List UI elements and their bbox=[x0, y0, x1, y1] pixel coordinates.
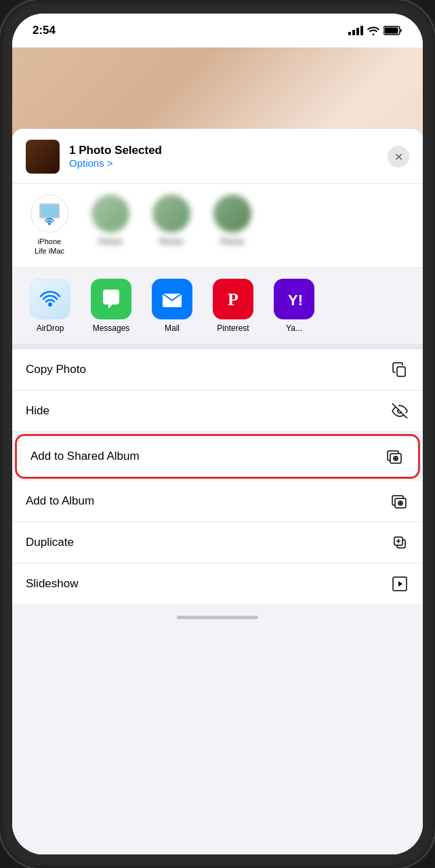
status-icons bbox=[348, 26, 402, 35]
mail-envelope-icon bbox=[160, 287, 184, 311]
share-photo-count: 1 Photo Selected bbox=[69, 144, 378, 157]
slideshow-row[interactable]: Slideshow bbox=[12, 564, 423, 604]
messages-app-icon bbox=[91, 279, 131, 319]
signal-icon bbox=[348, 26, 363, 35]
app-item-yahoo[interactable]: Y! Ya... bbox=[270, 279, 318, 333]
add-to-album-label: Add to Album bbox=[26, 494, 94, 508]
imac-icon bbox=[35, 199, 64, 228]
svg-point-7 bbox=[48, 302, 52, 307]
person-item-2[interactable]: Person bbox=[87, 195, 134, 256]
person-label-4: Person bbox=[221, 237, 245, 246]
app-item-mail[interactable]: Mail bbox=[148, 279, 196, 333]
app-item-messages[interactable]: Messages bbox=[87, 279, 136, 333]
share-content: iPhoneLife iMac Person Person bbox=[12, 184, 423, 848]
home-indicator-area bbox=[12, 604, 423, 631]
slideshow-label: Slideshow bbox=[26, 577, 79, 591]
mail-app-icon bbox=[152, 279, 192, 319]
duplicate-label: Duplicate bbox=[26, 536, 74, 549]
share-header: 1 Photo Selected Options > ✕ bbox=[12, 129, 423, 184]
yahoo-app-icon: Y! bbox=[274, 279, 314, 319]
pinterest-app-icon: P bbox=[213, 279, 253, 319]
wifi-icon bbox=[367, 26, 379, 35]
svg-text:Y!: Y! bbox=[288, 292, 303, 309]
person-avatar-4 bbox=[213, 195, 251, 233]
people-row: iPhoneLife iMac Person Person bbox=[12, 184, 423, 268]
share-options-link[interactable]: Options > bbox=[69, 157, 113, 169]
airdrop-app-label: AirDrop bbox=[37, 323, 64, 333]
slideshow-icon bbox=[390, 574, 409, 593]
app-item-airdrop[interactable]: AirDrop bbox=[26, 279, 75, 333]
airdrop-waves-icon bbox=[38, 287, 62, 311]
duplicate-row[interactable]: Duplicate bbox=[12, 522, 423, 564]
add-to-album-icon bbox=[390, 492, 409, 511]
app-item-pinterest[interactable]: P Pinterest bbox=[209, 279, 257, 333]
hide-label: Hide bbox=[26, 404, 49, 418]
copy-photo-row[interactable]: Copy Photo bbox=[12, 349, 423, 391]
person-label-2: Person bbox=[99, 237, 123, 246]
person-avatar-3 bbox=[152, 195, 190, 233]
shared-album-icon bbox=[386, 447, 405, 466]
action-section: Copy Photo Hide bbox=[12, 349, 423, 604]
phone-screen: 2:54 bbox=[12, 14, 423, 854]
svg-marker-28 bbox=[398, 581, 402, 587]
highlighted-row-wrapper: Add to Shared Album bbox=[12, 432, 423, 481]
svg-rect-11 bbox=[397, 367, 405, 376]
share-panel: 1 Photo Selected Options > ✕ bbox=[12, 129, 423, 854]
add-to-album-row[interactable]: Add to Album bbox=[12, 481, 423, 522]
person-avatar-ilife bbox=[30, 195, 68, 233]
status-time: 2:54 bbox=[33, 24, 56, 37]
phone-frame: 2:54 bbox=[0, 0, 435, 868]
yahoo-y-icon: Y! bbox=[282, 287, 306, 311]
person-avatar-2 bbox=[91, 195, 129, 233]
person-item-4[interactable]: Person bbox=[209, 195, 256, 256]
airdrop-app-icon bbox=[30, 279, 70, 319]
home-indicator bbox=[177, 616, 258, 619]
messages-app-label: Messages bbox=[93, 323, 130, 333]
svg-rect-3 bbox=[41, 205, 58, 217]
pinterest-app-label: Pinterest bbox=[217, 323, 249, 333]
share-close-button[interactable]: ✕ bbox=[388, 146, 409, 167]
add-to-shared-album-label: Add to Shared Album bbox=[30, 450, 140, 463]
status-bar: 2:54 bbox=[12, 14, 423, 47]
copy-photo-icon bbox=[390, 360, 409, 379]
svg-point-6 bbox=[48, 222, 51, 225]
apps-row: AirDrop Messages bbox=[12, 268, 423, 349]
pinterest-p-icon: P bbox=[221, 287, 245, 311]
share-title-area: 1 Photo Selected Options > bbox=[69, 144, 378, 170]
person-item-3[interactable]: Person bbox=[148, 195, 195, 256]
share-sheet: 1 Photo Selected Options > ✕ bbox=[12, 47, 423, 854]
hide-row[interactable]: Hide bbox=[12, 391, 423, 432]
mail-app-label: Mail bbox=[165, 323, 180, 333]
add-to-shared-album-row[interactable]: Add to Shared Album bbox=[15, 434, 420, 479]
hide-icon bbox=[390, 401, 409, 420]
person-label-3: Person bbox=[160, 237, 184, 246]
svg-text:P: P bbox=[228, 290, 239, 309]
person-item-airdrop[interactable]: iPhoneLife iMac bbox=[26, 195, 73, 256]
battery-icon bbox=[384, 26, 402, 35]
messages-bubble-icon bbox=[99, 287, 123, 311]
copy-photo-label: Copy Photo bbox=[26, 363, 86, 376]
svg-rect-1 bbox=[385, 28, 398, 34]
person-label-ilife: iPhoneLife iMac bbox=[35, 237, 64, 256]
share-thumbnail bbox=[26, 140, 60, 174]
duplicate-icon bbox=[390, 533, 409, 552]
yahoo-app-label: Ya... bbox=[286, 323, 302, 333]
